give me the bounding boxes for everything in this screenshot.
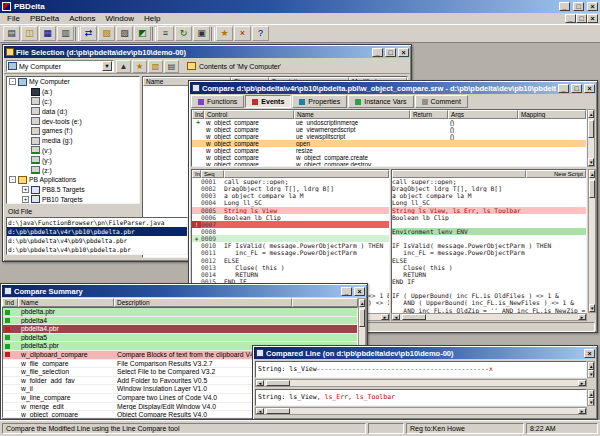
code-v-scrollbar[interactable]: ▲ ▼ bbox=[588, 169, 596, 313]
event-row[interactable]: w_object_compare w_object_compare.create bbox=[192, 154, 586, 161]
scroll-track[interactable] bbox=[589, 178, 595, 304]
tab[interactable]: Comment bbox=[415, 95, 468, 108]
code-line-old[interactable]: ! 0007 bbox=[192, 221, 389, 228]
separator[interactable] bbox=[75, 27, 79, 41]
summary-titlebar[interactable]: Compare Summary _ × bbox=[2, 285, 366, 297]
scroll-thumb[interactable] bbox=[266, 408, 290, 414]
scroll-left-icon[interactable]: ◄ bbox=[256, 380, 264, 386]
scroll-up-icon[interactable]: ▲ bbox=[588, 390, 594, 398]
column-header-name[interactable]: Name bbox=[18, 298, 114, 307]
code-line-old[interactable]: 0012 ELSE bbox=[192, 257, 389, 264]
mdi-restore-button[interactable]: □ bbox=[576, 14, 587, 23]
summary-row[interactable]: pbdelta4 bbox=[3, 317, 357, 326]
old-line-h-scrollbar[interactable]: ◄ ► bbox=[255, 379, 587, 387]
scroll-right-icon[interactable]: ► bbox=[578, 380, 586, 386]
close-button[interactable]: × bbox=[587, 2, 598, 11]
summary-row[interactable]: pbdelta5 bbox=[3, 334, 357, 343]
code-line-new[interactable]: Boolean lb_Clip bbox=[392, 214, 586, 221]
column-header-name[interactable]: Name bbox=[294, 110, 410, 119]
scroll-thumb[interactable] bbox=[266, 380, 290, 386]
new-script-h-scrollbar[interactable]: ◄ ► bbox=[391, 313, 587, 321]
old-file-item[interactable]: d:\pb\pbdelta\v4\pb10\pbdelta.pbr bbox=[7, 245, 187, 254]
tree-item[interactable]: - My Computer bbox=[7, 77, 139, 87]
minimize-button[interactable]: _ bbox=[558, 84, 569, 93]
code-line-old[interactable]: 0008 bbox=[192, 228, 389, 235]
scroll-up-icon[interactable]: ▲ bbox=[359, 299, 365, 307]
scroll-track[interactable] bbox=[588, 118, 594, 158]
scroll-track[interactable] bbox=[400, 314, 578, 320]
open-file-icon[interactable]: ◫ bbox=[21, 26, 38, 41]
event-row[interactable]: w_object_compare open bbox=[192, 140, 586, 147]
event-row[interactable]: w_object_compare ue_viewsplitscript () bbox=[192, 133, 586, 140]
code-line-old[interactable]: 0013 Close( this ) bbox=[192, 264, 389, 271]
code-line-old[interactable]: 0005 String ls_View bbox=[192, 207, 389, 214]
old-file-item[interactable]: d:\pb\pbdelta\v4r\pb10\pbdelta.pbr bbox=[7, 227, 187, 236]
column-header-description[interactable]: Description bbox=[114, 298, 292, 307]
compare-titlebar[interactable]: Compare d:\pb\pbdelta\v4r\pb10\pbdelta.p… bbox=[190, 82, 596, 94]
maximize-button[interactable]: □ bbox=[573, 2, 584, 11]
tree-item[interactable]: - PB Applications bbox=[7, 175, 139, 185]
scroll-thumb[interactable] bbox=[589, 180, 595, 198]
scroll-right-icon[interactable]: ► bbox=[578, 314, 586, 320]
code-line-old[interactable]: 0004 Long ll_SC bbox=[192, 199, 389, 206]
new-folder-icon[interactable]: ▧ bbox=[148, 60, 163, 73]
code-line-new[interactable] bbox=[392, 235, 586, 242]
maximize-button[interactable]: □ bbox=[385, 48, 396, 57]
code-line-new[interactable]: Close( this ) bbox=[392, 264, 586, 271]
column-header-return[interactable]: Return bbox=[410, 110, 448, 119]
menu-item[interactable]: PBDelta bbox=[25, 14, 64, 23]
code-line-new[interactable] bbox=[392, 285, 586, 292]
code-line-new[interactable]: ELSE bbox=[392, 257, 586, 264]
compare-files-icon[interactable]: ⇄ bbox=[80, 26, 97, 41]
tree-expander[interactable]: + bbox=[22, 196, 29, 203]
mdi-close-button[interactable]: × bbox=[587, 14, 598, 23]
combo-dropdown-icon[interactable]: ▼ bbox=[102, 61, 112, 71]
column-header-ind[interactable]: Ind bbox=[192, 170, 201, 178]
tree-item[interactable]: data (d:) bbox=[7, 106, 139, 116]
maximize-button[interactable]: □ bbox=[571, 84, 582, 93]
refresh-icon[interactable]: ↻ bbox=[175, 26, 192, 41]
code-line-new[interactable]: RETURN bbox=[392, 271, 586, 278]
code-line-old[interactable]: 0003 a_object_compare la_M bbox=[192, 192, 389, 199]
report-icon[interactable]: ≡ bbox=[157, 26, 174, 41]
column-header-ind[interactable]: Ind bbox=[192, 110, 204, 119]
event-row[interactable]: w_object_compare w_object_compare.destro… bbox=[192, 161, 586, 167]
close-button[interactable]: × bbox=[354, 287, 365, 296]
tree-item[interactable]: + PB10 Targets bbox=[7, 195, 139, 204]
scroll-up-icon[interactable]: ▲ bbox=[588, 110, 594, 118]
menu-item[interactable]: Help bbox=[139, 14, 165, 23]
tree-item[interactable]: media (g:) bbox=[7, 136, 139, 146]
tab[interactable]: Events bbox=[245, 95, 291, 108]
tree-item[interactable]: + PB8.5 Targets bbox=[7, 185, 139, 195]
new-line-h-scrollbar[interactable]: ◄ ► bbox=[255, 407, 587, 415]
scroll-down-icon[interactable]: ▼ bbox=[588, 398, 594, 406]
menu-item[interactable]: File bbox=[2, 14, 25, 23]
code-line-old[interactable]: + 0009 bbox=[192, 235, 389, 242]
tree-item[interactable]: (y:) bbox=[7, 155, 139, 165]
code-line-old[interactable]: 0011 inc_FL = message.PowerObjectParm bbox=[192, 249, 389, 256]
column-header-ind[interactable]: Ind bbox=[2, 298, 18, 307]
scroll-up-icon[interactable]: ▲ bbox=[588, 362, 594, 370]
new-comparison-icon[interactable]: ▤ bbox=[3, 26, 20, 41]
old-file-item[interactable]: d:\pb\pbdelta\v4\pb9\pbdelta.pbr bbox=[7, 236, 187, 245]
tab[interactable]: Properties bbox=[292, 95, 347, 108]
file-selection-titlebar[interactable]: File Selection (d:\pb\pbdelta\dev\pb10\d… bbox=[4, 46, 410, 58]
location-combo[interactable]: My Computer ▼ bbox=[6, 60, 114, 72]
code-line-new[interactable]: String ls_View, ls_Err, ls_Toolbar bbox=[392, 207, 586, 214]
code-line-new[interactable]: IF IsValid( message.PowerObjectParm ) TH… bbox=[392, 242, 586, 249]
compare-folders-icon[interactable]: ▧ bbox=[98, 26, 115, 41]
up-level-icon[interactable]: ▲ bbox=[116, 60, 131, 73]
views-icon[interactable]: ▤ bbox=[164, 60, 179, 73]
code-line-new[interactable]: call super::open; bbox=[392, 178, 586, 185]
code-line-new[interactable]: DragObject ldrg_T[], ldrg_B[] bbox=[392, 185, 586, 192]
code-line-new[interactable]: Environment lenv_ENV bbox=[392, 228, 586, 235]
tree-expander[interactable]: - bbox=[9, 78, 16, 85]
close-button[interactable]: × bbox=[584, 349, 595, 358]
event-row[interactable]: + w_object_compare ue_undoscriptinmerge … bbox=[192, 119, 586, 126]
code-line-old[interactable]: 0002 DragObject ldrg_T[], ldrg_B[] bbox=[192, 185, 389, 192]
code-line-old[interactable]: 0001 call super::open; bbox=[192, 178, 389, 185]
tree-item[interactable]: (a:) bbox=[7, 87, 139, 97]
add-favourite-icon[interactable]: ★ bbox=[132, 60, 147, 73]
scroll-track[interactable] bbox=[264, 380, 578, 386]
main-titlebar[interactable]: PBDelta _ □ × bbox=[0, 0, 600, 13]
